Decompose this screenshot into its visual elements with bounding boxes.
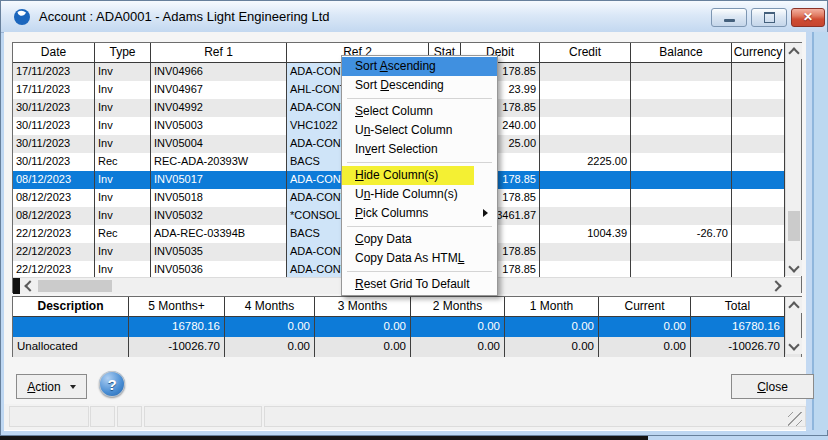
scroll-up-button[interactable]	[786, 43, 802, 59]
summary-vertical-scrollbar[interactable]	[785, 297, 801, 354]
summary-column-header-1-month[interactable]: 1 Month	[505, 297, 599, 316]
cell-type: Inv	[95, 81, 151, 99]
resize-grip-icon[interactable]	[788, 412, 802, 426]
menu-item-copy-data[interactable]: Copy Data	[342, 230, 497, 249]
summary-row[interactable]: 16780.160.000.000.000.000.0016780.16	[13, 317, 801, 337]
summary-cell-3-months: 0.00	[315, 337, 411, 357]
question-mark-icon: ?	[107, 376, 116, 393]
cell-type: Inv	[95, 243, 151, 261]
cell-balance	[631, 243, 732, 261]
cell-credit	[540, 99, 631, 117]
cell-balance	[631, 207, 732, 225]
background-strip	[0, 436, 648, 440]
summary-column-header-5-months[interactable]: 5 Months+	[129, 297, 225, 316]
cell-currency	[732, 261, 785, 277]
cell-date: 17/11/2023	[13, 63, 95, 81]
action-button[interactable]: Action	[16, 374, 87, 399]
cell-balance	[631, 99, 732, 117]
menu-item-copy-data-as-html[interactable]: Copy Data As HTML	[342, 249, 497, 268]
vertical-scroll-track[interactable]	[786, 59, 801, 260]
cell-currency	[732, 225, 785, 243]
cell-credit	[540, 135, 631, 153]
menu-item-un-hide-column-s[interactable]: Un-Hide Column(s)	[342, 185, 497, 204]
cell-credit: 2225.00	[540, 153, 631, 171]
status-bar	[4, 404, 806, 430]
minimize-button[interactable]	[711, 8, 747, 27]
cell-balance	[631, 261, 732, 277]
status-panel	[90, 406, 115, 427]
summary-row[interactable]: Unallocated-10026.700.000.000.000.000.00…	[13, 337, 801, 357]
cell-credit	[540, 117, 631, 135]
summary-column-header-2-months[interactable]: 2 Months	[411, 297, 505, 316]
cell-ref-1: INV04966	[151, 63, 287, 81]
cell-currency	[732, 189, 785, 207]
cell-date: 30/11/2023	[13, 153, 95, 171]
summary-body: 16780.160.000.000.000.000.0016780.16Unal…	[13, 317, 801, 357]
summary-scroll-down-button[interactable]	[786, 338, 802, 354]
menu-item-label: Copy Data As HTML	[355, 251, 464, 265]
cell-balance	[631, 81, 732, 99]
scroll-right-button[interactable]	[769, 278, 785, 294]
account-window: Account : ADA0001 - Adams Light Engineer…	[0, 0, 828, 436]
chevron-down-icon	[788, 261, 799, 272]
dropdown-arrow-icon	[70, 385, 76, 389]
scroll-left-button[interactable]	[20, 278, 36, 294]
summary-column-header-3-months[interactable]: 3 Months	[315, 297, 411, 316]
summary-column-header-current[interactable]: Current	[599, 297, 691, 316]
menu-item-select-column[interactable]: Select Column	[342, 102, 497, 121]
summary-cell-1-month: 0.00	[505, 337, 599, 357]
menu-item-un-select-column[interactable]: Un-Select Column	[342, 121, 497, 140]
title-bar[interactable]: Account : ADA0001 - Adams Light Engineer…	[1, 1, 827, 33]
column-header-credit[interactable]: Credit	[540, 43, 631, 62]
summary-cell-4-months: 0.00	[225, 317, 315, 337]
cell-ref-1: REC-ADA-20393W	[151, 153, 287, 171]
vertical-scroll-thumb[interactable]	[788, 211, 800, 241]
maximize-button[interactable]	[751, 8, 787, 27]
column-header-date[interactable]: Date	[13, 43, 95, 62]
column-header-balance[interactable]: Balance	[631, 43, 732, 62]
vertical-scrollbar[interactable]	[785, 43, 801, 276]
cell-currency	[732, 81, 785, 99]
column-header-currency[interactable]: Currency	[732, 43, 785, 62]
close-button[interactable]: Close	[731, 374, 814, 399]
summary-column-header-4-months[interactable]: 4 Months	[225, 297, 315, 316]
close-window-button[interactable]: ✕	[791, 8, 825, 27]
menu-item-label: Copy Data	[355, 232, 412, 246]
cell-date: 08/12/2023	[13, 189, 95, 207]
horizontal-scroll-thumb[interactable]	[38, 280, 112, 292]
help-button[interactable]: ?	[99, 371, 125, 397]
column-header-type[interactable]: Type	[95, 43, 151, 62]
cell-balance	[631, 63, 732, 81]
menu-item-label: Un-Select Column	[355, 123, 452, 137]
cell-ref-1: INV05017	[151, 171, 287, 189]
menu-item-sort-ascending[interactable]: Sort Ascending	[342, 57, 497, 76]
menu-item-invert-selection[interactable]: Invert Selection	[342, 140, 497, 159]
column-header-ref-1[interactable]: Ref 1	[151, 43, 287, 62]
summary-cell-3-months: 0.00	[315, 317, 411, 337]
cell-date: 08/12/2023	[13, 171, 95, 189]
menu-item-sort-descending[interactable]: Sort Descending	[342, 76, 497, 95]
cell-currency	[732, 171, 785, 189]
menu-item-reset-grid-to-default[interactable]: Reset Grid To Default	[342, 275, 497, 294]
summary-cell-4-months: 0.00	[225, 337, 315, 357]
summary-cell-current: 0.00	[599, 337, 691, 357]
status-panel	[117, 406, 142, 427]
menu-item-label: Sort Ascending	[355, 59, 436, 73]
cell-date: 30/11/2023	[13, 99, 95, 117]
cell-credit	[540, 63, 631, 81]
menu-item-hide-column-s[interactable]: Hide Column(s)	[342, 166, 497, 185]
submenu-arrow-icon	[483, 209, 488, 217]
cell-type: Rec	[95, 225, 151, 243]
cell-credit	[540, 171, 631, 189]
summary-column-header-description[interactable]: Description	[13, 297, 129, 316]
scroll-down-button[interactable]	[786, 260, 802, 276]
summary-column-header-total[interactable]: Total	[691, 297, 785, 316]
menu-item-pick-columns[interactable]: Pick Columns	[342, 204, 497, 223]
cell-ref-1: INV05018	[151, 189, 287, 207]
menu-item-label: Hide Column(s)	[355, 168, 438, 182]
chevron-up-icon	[788, 301, 799, 312]
cell-type: Inv	[95, 99, 151, 117]
action-button-label: Action	[27, 380, 60, 394]
summary-scroll-up-button[interactable]	[786, 297, 802, 313]
status-panel	[264, 406, 806, 427]
